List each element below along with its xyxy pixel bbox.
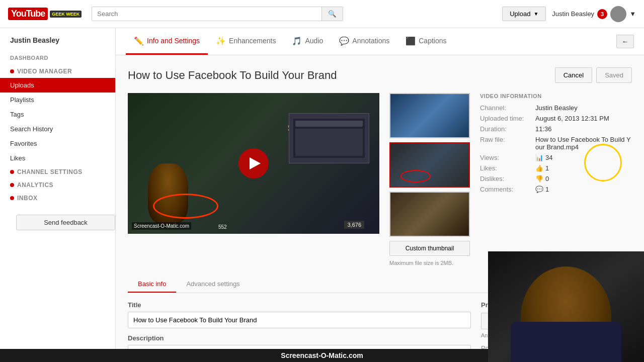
info-row-channel: Channel: Justin Beasley [480,104,632,112]
upload-dropdown-icon: ▼ [533,11,538,17]
sidebar-item-tags[interactable]: Tags [0,107,115,122]
search-bar: 🔍 [92,7,343,21]
tab-info-settings[interactable]: ✏️ Info and Settings [126,28,208,55]
popup-shirt [511,322,621,362]
dislikes-label: Dislikes: [480,175,535,183]
header-actions: Cancel Saved [555,67,632,83]
likes-label: Likes: [480,164,535,172]
tab-audio[interactable]: 🎵 Audio [284,28,331,55]
views-value: 34 [545,154,632,161]
captions-icon: ⬛ [406,36,416,46]
btab-advanced-settings[interactable]: Advanced settings [176,276,250,293]
channel-settings-icon [10,170,14,174]
sidebar-section-video-manager[interactable]: VIDEO MANAGER [0,65,115,78]
video-player: How to Use Facebook To Build Your Brand … [128,93,379,234]
uploaded-value: August 6, 2013 12:31 PM [535,115,632,122]
music-icon: 🎵 [292,36,302,46]
video-manager-icon [10,69,14,73]
play-triangle-icon [250,157,261,169]
top-nav: YouTube GEEK WEEK 🔍 Upload ▼ Justin Beas… [0,0,644,28]
sidebar-item-playlists[interactable]: Playlists [0,93,115,107]
rawfile-label: Raw file: [480,136,535,143]
user-avatar [610,6,626,22]
comments-icon: 💬 [535,186,543,193]
chat-icon: 💬 [339,36,349,46]
sidebar-section-analytics[interactable]: ANALYTICS [0,178,115,192]
description-label: Description [128,334,471,342]
user-dropdown-icon: ▼ [629,10,636,18]
thumbnail-strip: Custom thumbnail Maximum file size is 2M… [389,93,470,266]
thumb-img-1 [390,94,469,137]
search-button[interactable]: 🔍 [321,7,343,21]
saved-button[interactable]: Saved [596,67,632,83]
pencil-icon: ✏️ [134,36,144,46]
uploaded-label: Uploaded time: [480,115,535,122]
wand-icon: ✨ [216,36,226,46]
screencast-watermark: Screencast-O-Matic.com [132,222,191,230]
sidebar-item-dashboard[interactable]: DASHBOARD [0,50,115,65]
max-file-size-text: Maximum file size is 2MB. [389,260,470,266]
thumbsup-icon: 👍 [535,164,543,172]
thumbnail-item-3[interactable] [389,192,470,237]
info-row-duration: Duration: 11:36 [480,125,632,133]
info-row-likes: Likes: 👍 1 [480,164,632,172]
view-count-badge: 552 [218,224,227,230]
tab-annotations[interactable]: 💬 Annotations [331,28,397,55]
channel-label: Channel: [480,104,535,112]
duration-label: Duration: [480,125,535,133]
thumbnail-item-2[interactable] [389,142,470,188]
inbox-icon [10,196,14,200]
video-popup [488,251,644,362]
video-info-panel: VIDEO INFORMATION Channel: Justin Beasle… [480,93,632,266]
tab-enhancements[interactable]: ✨ Enhancements [208,28,284,55]
search-input[interactable] [92,7,321,21]
custom-thumbnail-button[interactable]: Custom thumbnail [389,241,470,256]
rawfile-value: How to Use Facebook To Build Your Brand.… [535,136,632,151]
page-header: How to Use Facebook To Build Your Brand … [128,67,632,83]
views-icon: 📊 [535,154,543,161]
info-row-comments: Comments: 💬 1 [480,186,632,193]
view-count-sim: 3,676 [344,221,364,229]
bottom-bar-text: Screencast-O-Matic.com [281,351,363,359]
btab-basic-info[interactable]: Basic info [128,276,176,293]
page-title: How to Use Facebook To Build Your Brand [128,69,337,82]
video-info-title: VIDEO INFORMATION [480,93,632,99]
info-row-dislikes: Dislikes: 👎 0 [480,175,632,183]
nav-right: Upload ▼ Justin Beasley 3 ▼ [502,6,636,22]
youtube-logo: YouTube [8,8,48,20]
sidebar-item-likes[interactable]: Likes [0,151,115,165]
cancel-button[interactable]: Cancel [555,67,592,83]
analytics-icon [10,183,14,187]
info-row-rawfile: Raw file: How to Use Facebook To Build Y… [480,136,632,151]
sidebar-username: Justin Beasley [0,36,115,50]
sidebar: Justin Beasley DASHBOARD VIDEO MANAGER U… [0,28,116,362]
thumb-img-2 [390,143,469,187]
upload-button[interactable]: Upload ▼ [502,7,546,21]
info-row-uploaded: Uploaded time: August 6, 2013 12:31 PM [480,115,632,122]
likes-value: 1 [545,164,632,172]
sidebar-item-favorites[interactable]: Favorites [0,136,115,151]
back-button[interactable]: ← [616,35,634,48]
sidebar-item-search-history[interactable]: Search History [0,122,115,136]
play-button[interactable] [238,148,269,178]
notification-badge: 3 [597,9,607,19]
duration-value: 11:36 [535,125,632,133]
thumbnail-item-1[interactable] [389,93,470,138]
sidebar-item-uploads[interactable]: Uploads [0,78,115,93]
info-row-views: Views: 📊 34 [480,154,632,161]
user-info[interactable]: Justin Beasley 3 ▼ [552,6,636,22]
sidebar-section-inbox[interactable]: INBOX [0,192,115,205]
thumbsdown-icon: 👎 [535,175,543,183]
geek-week-badge: GEEK WEEK [50,11,82,18]
send-feedback-button[interactable]: Send feedback [16,215,115,230]
comments-label: Comments: [480,186,535,193]
username-label: Justin Beasley [552,10,594,18]
title-input[interactable] [128,312,471,328]
thumb-img-3 [390,193,469,236]
views-label: Views: [480,154,535,161]
title-label: Title [128,301,471,309]
comments-value: 1 [545,186,632,193]
sidebar-section-channel-settings[interactable]: CHANNEL SETTINGS [0,165,115,178]
logo-area: YouTube GEEK WEEK [8,8,82,20]
tab-captions[interactable]: ⬛ Captions [397,28,454,55]
